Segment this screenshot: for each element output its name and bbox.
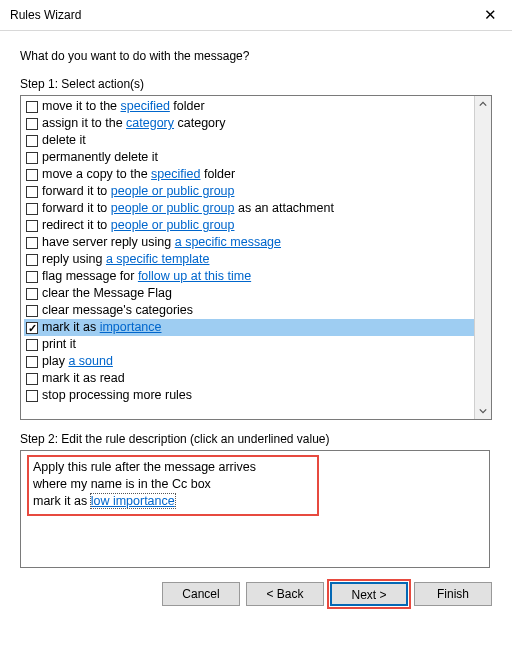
- action-row[interactable]: clear the Message Flag: [24, 285, 475, 302]
- button-bar: Cancel < Back Next > Finish: [0, 578, 512, 618]
- action-label: reply using a specific template: [42, 251, 209, 268]
- action-label: clear the Message Flag: [42, 285, 172, 302]
- action-link[interactable]: a specific message: [175, 235, 281, 249]
- action-checkbox[interactable]: [26, 254, 38, 266]
- action-checkbox[interactable]: [26, 118, 38, 130]
- action-link[interactable]: follow up at this time: [138, 269, 251, 283]
- action-row[interactable]: clear message's categories: [24, 302, 475, 319]
- action-row[interactable]: assign it to the category category: [24, 115, 475, 132]
- action-checkbox[interactable]: [26, 356, 38, 368]
- action-row[interactable]: forward it to people or public group as …: [24, 200, 475, 217]
- action-link[interactable]: specified: [151, 167, 200, 181]
- action-link[interactable]: specified: [121, 99, 170, 113]
- action-label: play a sound: [42, 353, 113, 370]
- action-row[interactable]: redirect it to people or public group: [24, 217, 475, 234]
- action-checkbox[interactable]: [26, 373, 38, 385]
- action-label: delete it: [42, 132, 86, 149]
- finish-button[interactable]: Finish: [414, 582, 492, 606]
- action-checkbox[interactable]: [26, 203, 38, 215]
- action-checkbox[interactable]: [26, 390, 38, 402]
- action-row[interactable]: mark it as importance: [24, 319, 475, 336]
- action-label: forward it to people or public group as …: [42, 200, 334, 217]
- action-checkbox[interactable]: [26, 169, 38, 181]
- scroll-down-icon[interactable]: [475, 403, 491, 419]
- action-row[interactable]: move a copy to the specified folder: [24, 166, 475, 183]
- action-label: stop processing more rules: [42, 387, 192, 404]
- action-row[interactable]: move it to the specified folder: [24, 98, 475, 115]
- next-button[interactable]: Next >: [330, 582, 408, 606]
- actions-list: move it to the specified folderassign it…: [20, 95, 492, 420]
- action-link[interactable]: people or public group: [111, 218, 235, 232]
- action-checkbox[interactable]: [26, 186, 38, 198]
- scrollbar[interactable]: [474, 96, 491, 419]
- action-label: print it: [42, 336, 76, 353]
- action-link[interactable]: importance: [100, 320, 162, 334]
- action-row[interactable]: flag message for follow up at this time: [24, 268, 475, 285]
- back-button[interactable]: < Back: [246, 582, 324, 606]
- action-checkbox[interactable]: [26, 237, 38, 249]
- action-row[interactable]: mark it as read: [24, 370, 475, 387]
- description-line: Apply this rule after the message arrive…: [33, 459, 313, 476]
- description-line: where my name is in the Cc box: [33, 476, 313, 493]
- description-line: mark it as low importance: [33, 493, 313, 510]
- action-checkbox[interactable]: [26, 101, 38, 113]
- action-row[interactable]: reply using a specific template: [24, 251, 475, 268]
- action-checkbox[interactable]: [26, 288, 38, 300]
- action-label: forward it to people or public group: [42, 183, 234, 200]
- importance-value-link[interactable]: low importance: [91, 494, 175, 508]
- action-label: flag message for follow up at this time: [42, 268, 251, 285]
- step1-label: Step 1: Select action(s): [20, 77, 492, 91]
- action-checkbox[interactable]: [26, 220, 38, 232]
- action-row[interactable]: stop processing more rules: [24, 387, 475, 404]
- action-link[interactable]: a specific template: [106, 252, 210, 266]
- action-checkbox[interactable]: [26, 135, 38, 147]
- action-row[interactable]: forward it to people or public group: [24, 183, 475, 200]
- window-title: Rules Wizard: [10, 8, 81, 22]
- action-label: clear message's categories: [42, 302, 193, 319]
- close-button[interactable]: ✕: [468, 0, 512, 30]
- action-row[interactable]: play a sound: [24, 353, 475, 370]
- scroll-up-icon[interactable]: [475, 96, 491, 112]
- action-checkbox[interactable]: [26, 152, 38, 164]
- description-box: Apply this rule after the message arrive…: [20, 450, 490, 568]
- action-label: assign it to the category category: [42, 115, 225, 132]
- action-label: move a copy to the specified folder: [42, 166, 235, 183]
- action-checkbox[interactable]: [26, 271, 38, 283]
- action-row[interactable]: print it: [24, 336, 475, 353]
- wizard-prompt: What do you want to do with the message?: [20, 49, 492, 63]
- action-checkbox[interactable]: [26, 339, 38, 351]
- action-row[interactable]: delete it: [24, 132, 475, 149]
- action-row[interactable]: have server reply using a specific messa…: [24, 234, 475, 251]
- action-label: have server reply using a specific messa…: [42, 234, 281, 251]
- action-label: mark it as importance: [42, 319, 162, 336]
- cancel-button[interactable]: Cancel: [162, 582, 240, 606]
- action-checkbox[interactable]: [26, 305, 38, 317]
- description-text: mark it as: [33, 494, 91, 508]
- description-highlight: Apply this rule after the message arrive…: [27, 455, 319, 516]
- action-link[interactable]: people or public group: [111, 201, 235, 215]
- titlebar: Rules Wizard ✕: [0, 0, 512, 31]
- action-label: mark it as read: [42, 370, 125, 387]
- action-label: permanently delete it: [42, 149, 158, 166]
- action-label: move it to the specified folder: [42, 98, 205, 115]
- action-label: redirect it to people or public group: [42, 217, 234, 234]
- action-link[interactable]: a sound: [68, 354, 112, 368]
- step2-label: Step 2: Edit the rule description (click…: [20, 432, 492, 446]
- close-icon: ✕: [484, 6, 497, 24]
- action-link[interactable]: people or public group: [111, 184, 235, 198]
- action-checkbox[interactable]: [26, 322, 38, 334]
- action-row[interactable]: permanently delete it: [24, 149, 475, 166]
- action-link[interactable]: category: [126, 116, 174, 130]
